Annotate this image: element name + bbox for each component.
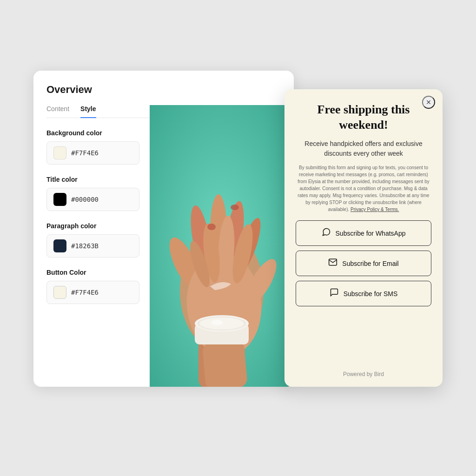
close-button[interactable]: × [422,96,435,109]
tab-content[interactable]: Content [46,105,69,118]
paragraph-color-swatch-row[interactable]: #18263B [46,234,139,258]
background-color-swatch-row[interactable]: #F7F4E6 [46,141,139,165]
paragraph-color-value: #18263B [71,242,99,250]
subscribe-email-label: Subscribe for Email [342,260,398,267]
panel-title: Overview [46,84,281,96]
background-color-swatch [53,146,66,159]
subscribe-sms-button[interactable]: Subscribe for SMS [296,281,431,306]
subscribe-whatsapp-button[interactable]: Subscribe for WhatsApp [296,220,431,246]
scene: Overview Content Style Background color … [33,71,443,405]
title-color-value: #000000 [71,196,99,203]
hands-image [150,105,294,387]
tab-style[interactable]: Style [80,105,96,118]
subscribe-email-button[interactable]: Subscribe for Email [296,251,431,276]
title-color-swatch [53,193,66,206]
email-icon [328,258,337,269]
popup-panel: × Free shipping this weekend! Receive ha… [284,89,443,387]
popup-fine-print: By submitting this form and signing up f… [296,164,431,213]
svg-point-17 [231,205,239,210]
popup-buttons: Subscribe for WhatsApp Subscribe for Ema… [296,220,431,306]
svg-point-23 [212,320,223,325]
background-color-value: #F7F4E6 [71,149,99,157]
svg-point-16 [207,224,216,230]
preview-image-area [150,105,294,387]
button-color-value: #F7F4E6 [71,289,99,296]
overview-panel: Overview Content Style Background color … [33,71,294,387]
subscribe-whatsapp-label: Subscribe for WhatsApp [336,230,406,237]
popup-title: Free shipping this weekend! [296,102,431,132]
popup-subtitle: Receive handpicked offers and exclusive … [296,139,431,159]
sms-icon [330,288,339,299]
button-color-swatch-row[interactable]: #F7F4E6 [46,281,139,304]
title-color-swatch-row[interactable]: #000000 [46,188,139,211]
svg-rect-10 [202,340,248,387]
paragraph-color-swatch [53,239,66,252]
powered-by: Powered by Bird [296,371,431,377]
whatsapp-icon [322,227,331,239]
subscribe-sms-label: Subscribe for SMS [344,290,398,298]
privacy-link[interactable]: Privacy Policy & Terms. [350,207,399,212]
button-color-swatch [53,286,66,299]
